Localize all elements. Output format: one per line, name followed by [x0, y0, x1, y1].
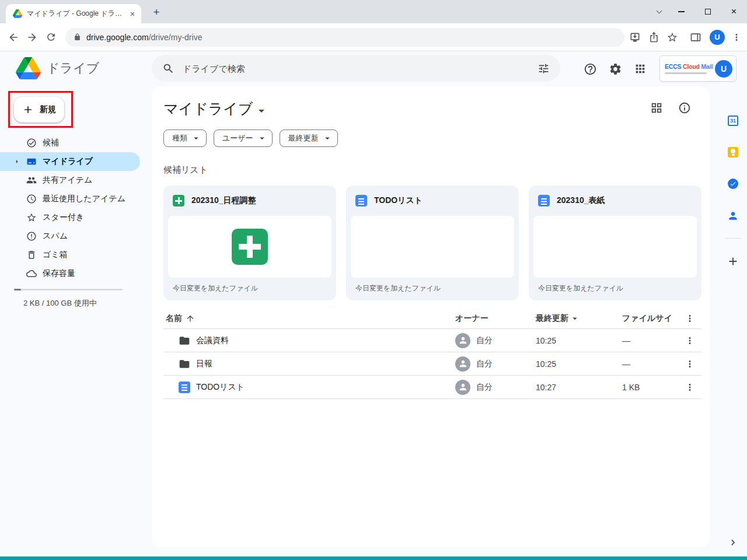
drive-logo [16, 57, 41, 79]
collapse-panel-chevron-icon[interactable] [727, 537, 739, 548]
card-caption: 今日変更を加えたファイル [346, 278, 519, 293]
settings-gear-button[interactable] [608, 61, 623, 76]
tab-title: マイドライブ - Google ドライブ [27, 9, 127, 19]
account-badge-text: ECCS Cloud Mail [665, 63, 715, 74]
workspace-side-rail: 31 [719, 86, 747, 556]
cloud-icon [26, 268, 37, 279]
drive-brand[interactable]: ドライブ [16, 57, 99, 79]
row-menu-kebab-icon[interactable] [685, 335, 695, 346]
maximize-icon [705, 9, 711, 15]
suggestion-card[interactable]: 202310_表紙 今日変更を加えたファイル [529, 186, 701, 300]
sort-ascending-icon [186, 314, 195, 323]
clock-icon [26, 194, 37, 204]
sidebar-item-recent[interactable]: 最近使用したアイテム [0, 190, 140, 208]
browser-tab-strip: マイドライブ - Google ドライブ × + × [0, 0, 747, 23]
page-title-row[interactable]: マイドライブ [163, 99, 268, 118]
drive-main-panel: マイドライブ 種類 ユーザー 最終更新 候補リスト [152, 86, 710, 547]
lock-icon [74, 33, 81, 41]
modified-cell: 10:25 [536, 359, 622, 369]
tab-close-icon[interactable]: × [127, 9, 138, 19]
browser-menu-kebab-icon[interactable] [727, 28, 746, 47]
file-name: 日報 [196, 359, 212, 369]
file-list-header: 名前 オーナー 最終更新 ファイルサイ [163, 308, 701, 329]
reload-button[interactable] [41, 28, 60, 47]
filter-type-chip[interactable]: 種類 [163, 130, 207, 147]
details-info-button[interactable] [678, 102, 692, 116]
header-size[interactable]: ファイルサイ [622, 313, 678, 324]
my-drive-icon [26, 156, 37, 167]
card-header: 202310_日程調整 [163, 186, 336, 216]
plus-icon [22, 104, 34, 116]
share-button[interactable] [644, 28, 663, 47]
profile-avatar[interactable]: U [715, 60, 732, 78]
sidebar-item-my-drive[interactable]: マイドライブ [0, 152, 140, 171]
sidebar-item-storage[interactable]: 保存容量 [0, 264, 140, 283]
file-name-cell[interactable]: 日報 [163, 358, 455, 370]
keep-icon[interactable] [728, 147, 738, 158]
tasks-icon[interactable] [728, 178, 738, 189]
sidebar-item-spam[interactable]: スパム [0, 227, 140, 246]
window-close-button[interactable]: × [721, 0, 747, 23]
google-apps-grid-button[interactable] [633, 61, 648, 76]
browser-tab[interactable]: マイドライブ - Google ドライブ × [6, 4, 141, 23]
sidebar-item-suggested[interactable]: 候補 [0, 134, 140, 152]
save-page-button[interactable] [626, 28, 644, 47]
window-maximize-button[interactable] [694, 0, 721, 23]
new-tab-button[interactable]: + [149, 6, 163, 20]
new-button[interactable]: 新規 [14, 97, 64, 123]
header-menu-kebab-icon[interactable] [685, 313, 695, 324]
row-menu-kebab-icon[interactable] [685, 382, 695, 393]
search-options-icon[interactable] [537, 62, 550, 75]
window-minimize-button[interactable] [668, 0, 694, 23]
suggestion-card[interactable]: 202310_日程調整 今日変更を加えたファイル [163, 186, 336, 300]
row-menu-kebab-icon[interactable] [685, 359, 695, 369]
title-dropdown-icon[interactable] [254, 104, 268, 118]
owner-name: 自分 [476, 335, 493, 346]
filter-modified-chip[interactable]: 最終更新 [280, 130, 338, 147]
sidebar-item-label: 共有アイテム [43, 175, 92, 186]
sidebar-item-label: 最近使用したアイテム [43, 194, 125, 204]
search-bar[interactable] [152, 55, 560, 82]
add-addon-plus-icon[interactable] [727, 255, 739, 268]
file-row[interactable]: 日報 自分 10:25 — [163, 352, 701, 376]
header-owner[interactable]: オーナー [455, 313, 536, 324]
sidebar-item-starred[interactable]: スター付き [0, 208, 140, 227]
account-badge[interactable]: ECCS Cloud Mail U [659, 55, 736, 82]
file-row[interactable]: 会議資料 自分 10:25 — [163, 329, 701, 352]
header-modified[interactable]: 最終更新 [536, 313, 622, 324]
card-header: TODOリスト [346, 186, 519, 216]
owner-name: 自分 [476, 359, 493, 369]
browser-profile-avatar[interactable]: U [710, 30, 725, 45]
sidebar-item-label: 候補 [43, 138, 59, 148]
file-row[interactable]: TODOリスト 自分 10:27 1 KB [163, 376, 701, 399]
contacts-icon[interactable] [727, 210, 739, 222]
filter-people-chip[interactable]: ユーザー [214, 130, 273, 147]
tab-list-chevron-icon[interactable] [650, 0, 668, 23]
file-name-cell[interactable]: TODOリスト [163, 382, 455, 393]
window-controls: × [650, 0, 747, 23]
sidebar-item-shared[interactable]: 共有アイテム [0, 171, 140, 190]
modified-cell: 10:25 [536, 336, 622, 345]
forward-button[interactable] [23, 28, 41, 47]
side-panel-button[interactable] [686, 28, 705, 47]
drive-favicon [13, 9, 22, 18]
expand-arrow-icon[interactable] [13, 158, 21, 166]
address-bar[interactable]: drive.google.com/drive/my-drive [65, 28, 624, 47]
folder-icon [179, 358, 190, 370]
header-name[interactable]: 名前 [163, 313, 455, 324]
card-caption: 今日変更を加えたファイル [529, 278, 701, 293]
help-button[interactable] [582, 61, 598, 76]
drive-search-input[interactable] [183, 64, 537, 74]
bookmark-star-icon[interactable] [663, 28, 682, 47]
file-name-cell[interactable]: 会議資料 [163, 335, 455, 346]
file-name: 会議資料 [196, 335, 229, 346]
suggestion-card[interactable]: TODOリスト 今日変更を加えたファイル [346, 186, 519, 300]
size-cell: — [622, 336, 678, 345]
alert-circle-icon [26, 231, 37, 242]
owner-cell: 自分 [455, 356, 536, 372]
back-button[interactable] [4, 28, 23, 47]
layout-toggle-button[interactable] [650, 102, 664, 116]
sidebar-item-trash[interactable]: ゴミ箱 [0, 246, 140, 264]
sidebar-item-label: マイドライブ [43, 156, 93, 167]
calendar-icon[interactable]: 31 [728, 116, 738, 126]
